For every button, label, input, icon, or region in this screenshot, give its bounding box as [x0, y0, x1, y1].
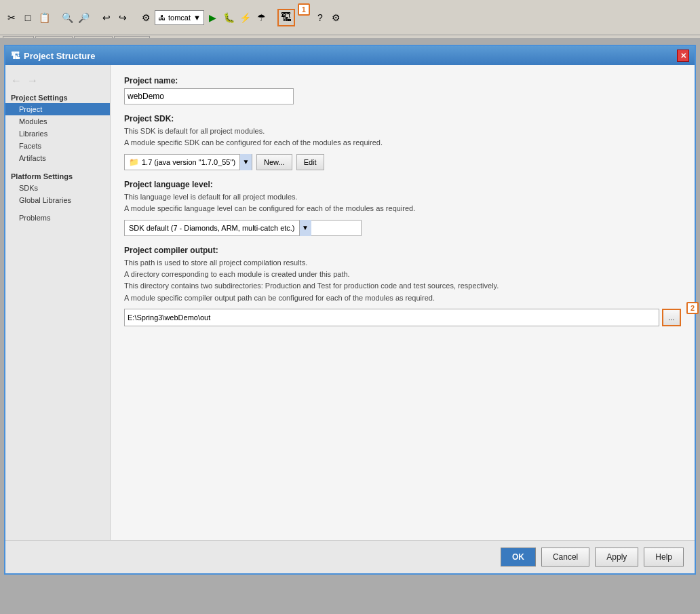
- dialog-footer: OK Cancel Apply Help: [5, 540, 695, 573]
- lang-value-text: SDK default (7 - Diamonds, ARM, multi-ca…: [129, 224, 295, 232]
- sdk-dropdown[interactable]: 📁 1.7 (java version "1.7.0_55") ▼: [124, 154, 252, 170]
- replace-button[interactable]: 🔎: [76, 10, 91, 25]
- content-area: Project name: Project SDK: This SDK is d…: [111, 65, 695, 540]
- ok-button[interactable]: OK: [501, 548, 536, 567]
- dialog-titlebar: 🏗 Project Structure ✕: [5, 46, 695, 65]
- run-config-arrow: ▼: [193, 14, 201, 22]
- sidebar-item-global-libraries[interactable]: Global Libraries: [5, 194, 110, 206]
- lang-dropdown-text: SDK default (7 - Diamonds, ARM, multi-ca…: [125, 223, 299, 233]
- folder-icon: 📁: [129, 157, 139, 167]
- build-button[interactable]: ⚙: [138, 10, 153, 25]
- project-lang-title: Project language level:: [124, 180, 681, 189]
- project-settings-label: Project Settings: [5, 91, 110, 103]
- compiler-desc-2: A directory corresponding to each module…: [124, 269, 681, 280]
- cancel-button[interactable]: Cancel: [541, 548, 589, 567]
- help-button[interactable]: ?: [313, 10, 328, 25]
- output-path-row: ... 2: [124, 309, 681, 326]
- project-name-input[interactable]: [124, 88, 294, 104]
- sdk-edit-button[interactable]: Edit: [296, 154, 324, 170]
- sidebar-item-project[interactable]: Project: [5, 103, 110, 115]
- back-arrow-icon[interactable]: ←: [11, 75, 22, 87]
- help-button-footer[interactable]: Help: [644, 548, 684, 567]
- apply-button[interactable]: Apply: [595, 548, 638, 567]
- sdk-value-text: 1.7 (java version "1.7.0_55"): [142, 158, 235, 166]
- forward-arrow-icon[interactable]: →: [27, 75, 38, 87]
- sidebar-item-facets[interactable]: Facets: [5, 140, 110, 152]
- dialog-overlay: 🏗 Project Structure ✕ ← → Project Settin…: [0, 38, 700, 614]
- project-lang-section: Project language level: This language le…: [124, 180, 681, 236]
- copy-button[interactable]: □: [20, 10, 35, 25]
- find-button[interactable]: 🔍: [60, 10, 75, 25]
- sidebar-item-libraries[interactable]: Libraries: [5, 128, 110, 140]
- dialog-title-text: Project Structure: [24, 51, 95, 61]
- dialog-close-button[interactable]: ✕: [677, 50, 689, 62]
- project-structure-dialog: 🏗 Project Structure ✕ ← → Project Settin…: [4, 45, 696, 575]
- run-config-selector[interactable]: 🖧 tomcat ▼: [155, 10, 204, 25]
- browse-btn-wrapper: ... 2: [662, 309, 681, 326]
- run-button[interactable]: ▶: [206, 10, 220, 25]
- sidebar-item-modules[interactable]: Modules: [5, 115, 110, 128]
- profile-button[interactable]: ⚡: [238, 10, 253, 25]
- toolbar: ✂ □ 📋 🔍 🔎 ↩ ↪ ⚙ 🖧 tomcat ▼ ▶ 🐛 ⚡ ☂ 🏗 1 ?…: [0, 0, 700, 35]
- lang-desc-2: A module specific language level can be …: [124, 204, 681, 214]
- sidebar: ← → Project Settings Project Modules Lib…: [5, 65, 111, 540]
- annotation-badge-1: 1: [298, 3, 310, 16]
- debug-button[interactable]: 🐛: [222, 10, 237, 25]
- browse-button[interactable]: ...: [662, 309, 681, 326]
- annotation-badge-2: 2: [686, 302, 699, 314]
- sidebar-item-sdks[interactable]: SDKs: [5, 182, 110, 194]
- paste-button[interactable]: 📋: [37, 10, 52, 25]
- lang-desc-1: This language level is default for all p…: [124, 192, 681, 202]
- sidebar-item-problems[interactable]: Problems: [5, 212, 110, 224]
- compiler-desc-4: A module specific compiler output path c…: [124, 293, 681, 303]
- structure-button[interactable]: 🏗: [277, 9, 295, 26]
- lang-dropdown[interactable]: SDK default (7 - Diamonds, ARM, multi-ca…: [124, 220, 362, 236]
- run-config-label: tomcat: [168, 14, 191, 22]
- sdk-desc-1: This SDK is default for all project modu…: [124, 126, 681, 136]
- compiler-output-title: Project compiler output:: [124, 246, 681, 255]
- coverage-button[interactable]: ☂: [254, 10, 269, 25]
- dialog-icon: 🏗: [11, 51, 20, 61]
- project-name-section: Project name:: [124, 76, 681, 114]
- platform-settings-label: Platform Settings: [5, 170, 110, 182]
- sdk-row: 📁 1.7 (java version "1.7.0_55") ▼ New...…: [124, 154, 681, 170]
- settings-button[interactable]: ⚙: [329, 10, 344, 25]
- sidebar-item-artifacts[interactable]: Artifacts: [5, 152, 110, 164]
- lang-row: SDK default (7 - Diamonds, ARM, multi-ca…: [124, 220, 681, 236]
- dialog-body: ← → Project Settings Project Modules Lib…: [5, 65, 695, 540]
- project-compiler-section: Project compiler output: This path is us…: [124, 246, 681, 327]
- compiler-desc-3: This directory contains two subdirectori…: [124, 281, 681, 291]
- project-sdk-section: Project SDK: This SDK is default for all…: [124, 114, 681, 170]
- project-name-label: Project name:: [124, 76, 681, 85]
- sdk-dropdown-arrow[interactable]: ▼: [239, 154, 252, 170]
- dialog-title-area: 🏗 Project Structure: [11, 51, 95, 61]
- compiler-desc-1: This path is used to store all project c…: [124, 258, 681, 268]
- project-sdk-title: Project SDK:: [124, 114, 681, 123]
- redo-button[interactable]: ↪: [115, 10, 130, 25]
- sdk-desc-2: A module specific SDK can be configured …: [124, 138, 681, 148]
- cut-button[interactable]: ✂: [4, 10, 19, 25]
- sdk-dropdown-text: 📁 1.7 (java version "1.7.0_55"): [125, 156, 239, 168]
- run-config-icon: 🖧: [158, 14, 166, 22]
- sidebar-nav-arrows: ← →: [5, 71, 110, 91]
- sdk-new-button[interactable]: New...: [256, 154, 292, 170]
- structure-btn-wrapper: 🏗 1: [277, 9, 295, 26]
- compiler-output-input[interactable]: [124, 309, 659, 326]
- lang-dropdown-arrow[interactable]: ▼: [299, 220, 311, 236]
- undo-button[interactable]: ↩: [99, 10, 114, 25]
